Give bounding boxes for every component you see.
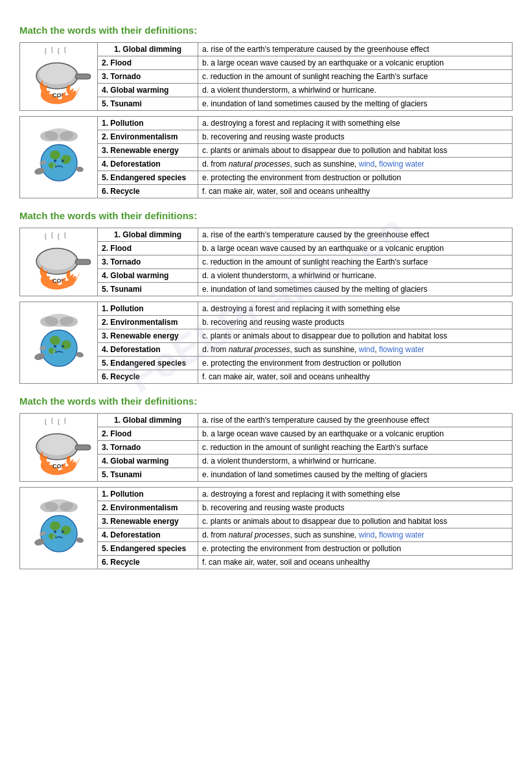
definition-cell: e. inundation of land sometimes caused b…: [198, 468, 513, 482]
svg-point-27: [39, 434, 75, 455]
definition-cell: b. recovering and reusing waste products: [198, 130, 513, 144]
term-cell: 1. Pollution: [98, 117, 198, 130]
definition-cell: d. from natural processes, such as sunsh…: [198, 343, 513, 357]
term-cell: 4. Global warming: [98, 269, 198, 283]
earth-image-cell: [20, 302, 98, 384]
svg-rect-28: [75, 445, 91, 450]
section-title-2: Match the words with their definitions:: [19, 396, 513, 407]
term-cell: 5. Tsunami: [98, 97, 198, 111]
match-table-0-1: 1. Pollutiona. destroying a forest and r…: [19, 116, 513, 198]
term-cell: 1. Global dimming: [98, 43, 198, 56]
definition-cell: e. protecting the environment from destr…: [198, 357, 513, 370]
definition-cell: b. a large ocean wave caused by an earth…: [198, 427, 513, 441]
match-table-2-0: CO² 1. Global dimminga. rise of the eart…: [19, 413, 513, 482]
definition-cell: a. rise of the earth's temperature cause…: [198, 414, 513, 427]
svg-point-33: [41, 515, 77, 552]
term-cell: 3. Tornado: [98, 70, 198, 84]
definition-cell: e. protecting the environment from destr…: [198, 542, 513, 556]
term-cell: 4. Global warming: [98, 84, 198, 97]
svg-point-34: [54, 530, 56, 533]
pan-image-cell: CO²: [20, 228, 98, 296]
definition-cell: c. reduction in the amount of sunlight r…: [198, 255, 513, 269]
definition-cell: d. from natural processes, such as sunsh…: [198, 528, 513, 542]
svg-text:CO²: CO²: [52, 278, 64, 284]
definition-cell: c. reduction in the amount of sunlight r…: [198, 441, 513, 455]
term-cell: 5. Tsunami: [98, 283, 198, 296]
match-table-0-0: CO² 1. Global dimminga. rise of the eart…: [19, 42, 513, 111]
svg-text:CO²: CO²: [52, 92, 64, 99]
svg-point-20: [41, 330, 77, 366]
definition-cell: a. rise of the earth's temperature cause…: [198, 43, 513, 56]
match-table-1-0: CO² 1. Global dimminga. rise of the eart…: [19, 228, 513, 296]
svg-point-1: [39, 64, 75, 84]
term-cell: 2. Flood: [98, 427, 198, 441]
svg-point-18: [40, 316, 58, 327]
term-cell: 3. Renewable energy: [98, 329, 198, 343]
term-cell: 1. Pollution: [98, 302, 198, 316]
svg-text:CO²: CO²: [52, 463, 64, 469]
definition-cell: c. plants or animals about to disappear …: [198, 329, 513, 343]
table-row: 1. Pollutiona. destroying a forest and r…: [20, 117, 513, 130]
term-cell: 1. Global dimming: [98, 414, 198, 427]
match-table-2-1: 1. Pollutiona. destroying a forest and r…: [19, 487, 513, 569]
term-cell: 4. Global warming: [98, 455, 198, 468]
definition-cell: a. destroying a forest and replacing it …: [198, 117, 513, 130]
table-row: CO² 1. Global dimminga. rise of the eart…: [20, 228, 513, 242]
definition-cell: f. can make air, water, soil and oceans …: [198, 370, 513, 384]
term-cell: 4. Deforestation: [98, 528, 198, 542]
term-cell: 5. Endangered species: [98, 357, 198, 370]
definition-cell: b. recovering and reusing waste products: [198, 501, 513, 515]
term-cell: 2. Environmentalism: [98, 130, 198, 144]
definition-cell: a. destroying a forest and replacing it …: [198, 302, 513, 316]
match-table-1-1: 1. Pollutiona. destroying a forest and r…: [19, 302, 513, 384]
definition-cell: d. a violent thunderstorm, a whirlwind o…: [198, 84, 513, 97]
section-title-1: Match the words with their definitions:: [19, 210, 513, 221]
definition-cell: d. a violent thunderstorm, a whirlwind o…: [198, 455, 513, 468]
svg-rect-15: [75, 259, 91, 265]
term-cell: 5. Tsunami: [98, 468, 198, 482]
term-cell: 2. Flood: [98, 242, 198, 255]
pan-image-cell: CO²: [20, 414, 98, 482]
svg-point-32: [60, 502, 78, 512]
definition-cell: b. recovering and reusing waste products: [198, 316, 513, 329]
svg-point-5: [40, 131, 58, 141]
section-title-0: Match the words with their definitions:: [19, 25, 513, 36]
definition-cell: c. reduction in the amount of sunlight r…: [198, 70, 513, 84]
svg-point-19: [60, 316, 78, 327]
definition-cell: d. from natural processes, such as sunsh…: [198, 158, 513, 171]
svg-point-31: [40, 502, 58, 512]
svg-point-21: [54, 345, 56, 348]
svg-point-9: [62, 160, 64, 162]
term-cell: 3. Renewable energy: [98, 144, 198, 158]
definition-cell: b. a large ocean wave caused by an earth…: [198, 242, 513, 255]
table-row: CO² 1. Global dimminga. rise of the eart…: [20, 43, 513, 56]
definition-cell: b. a large ocean wave caused by an earth…: [198, 56, 513, 70]
table-row: 1. Pollutiona. destroying a forest and r…: [20, 488, 513, 501]
term-cell: 5. Endangered species: [98, 171, 198, 185]
definition-cell: f. can make air, water, soil and oceans …: [198, 556, 513, 569]
definition-cell: e. inundation of land sometimes caused b…: [198, 283, 513, 296]
term-cell: 6. Recycle: [98, 556, 198, 569]
definition-cell: e. protecting the environment from destr…: [198, 171, 513, 185]
svg-point-22: [62, 345, 64, 348]
term-cell: 4. Deforestation: [98, 343, 198, 357]
term-cell: 2. Environmentalism: [98, 501, 198, 515]
svg-point-6: [60, 131, 78, 141]
term-cell: 2. Flood: [98, 56, 198, 70]
svg-rect-2: [75, 74, 91, 79]
earth-image-cell: [20, 117, 98, 198]
definition-cell: a. rise of the earth's temperature cause…: [198, 228, 513, 242]
term-cell: 2. Environmentalism: [98, 316, 198, 329]
term-cell: 1. Global dimming: [98, 228, 198, 242]
term-cell: 5. Endangered species: [98, 542, 198, 556]
pan-image-cell: CO²: [20, 43, 98, 111]
term-cell: 3. Renewable energy: [98, 515, 198, 528]
term-cell: 4. Deforestation: [98, 158, 198, 171]
definition-cell: c. plants or animals about to disappear …: [198, 515, 513, 528]
term-cell: 3. Tornado: [98, 255, 198, 269]
definition-cell: a. destroying a forest and replacing it …: [198, 488, 513, 501]
svg-point-8: [54, 160, 56, 162]
svg-point-35: [62, 530, 64, 533]
term-cell: 1. Pollution: [98, 488, 198, 501]
table-row: 1. Pollutiona. destroying a forest and r…: [20, 302, 513, 316]
